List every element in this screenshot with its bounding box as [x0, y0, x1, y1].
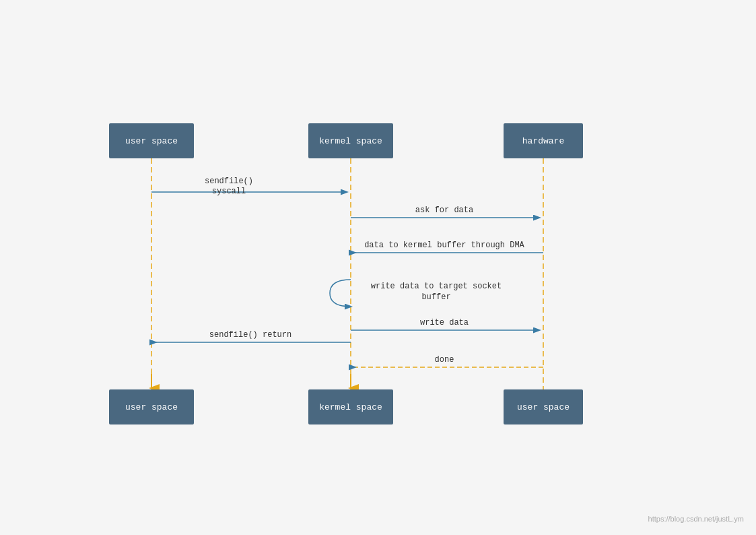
sendfile-label1: sendfile(): [205, 177, 253, 186]
selfloop-label2: buffer: [421, 292, 450, 302]
diagram-container: user space kermel space hardware sendfil…: [0, 0, 756, 535]
sendfile-return-label: sendfile() return: [209, 330, 291, 340]
sequence-diagram: user space kermel space hardware sendfil…: [0, 0, 756, 535]
done-label: done: [435, 355, 454, 365]
user-space-top-label: user space: [125, 136, 178, 146]
sendfile-label2: syscall: [212, 187, 246, 196]
selfloop-label1: write data to target socket: [371, 282, 502, 291]
kernel-space-top-label: kermel space: [319, 136, 382, 146]
ask-for-data-label: ask for data: [415, 206, 473, 215]
svg-rect-0: [0, 0, 756, 535]
watermark: https://blog.csdn.net/justL.ym: [648, 515, 744, 523]
hardware-top-label: hardware: [522, 136, 564, 146]
dma-label: data to kermel buffer through DMA: [364, 241, 524, 250]
write-data-label: write data: [420, 318, 469, 327]
kernel-space-bot-label: kermel space: [319, 402, 382, 412]
hardware-bot-label: user space: [517, 402, 570, 412]
user-space-bot-label: user space: [125, 402, 178, 412]
